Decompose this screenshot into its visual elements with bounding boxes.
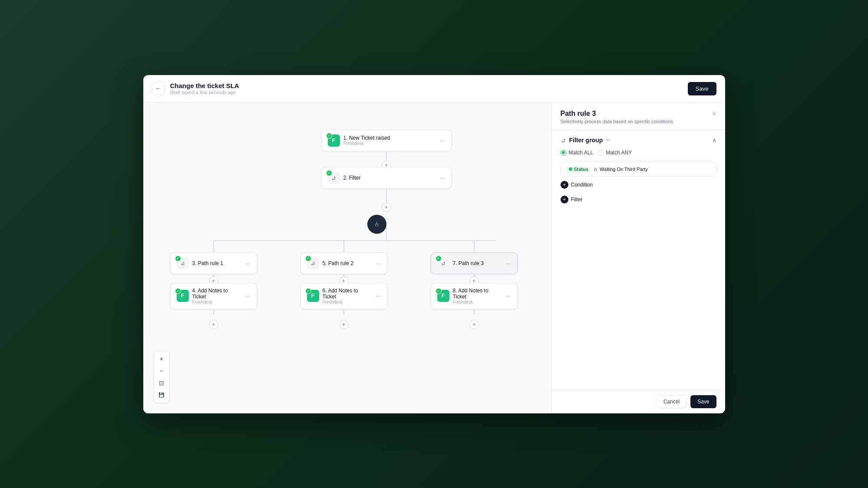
add-condition-button[interactable]: + Condition: [561, 181, 716, 189]
filter-group-title: Filter group: [569, 137, 603, 144]
filter-group-icon: ⊿: [561, 137, 566, 144]
split-node[interactable]: ⑃ ···: [367, 215, 386, 234]
add-condition-label: Condition: [571, 182, 593, 188]
save-view-button[interactable]: 💾: [156, 390, 167, 401]
add-btn-path2-bottom[interactable]: +: [339, 320, 349, 329]
condition-dot: [569, 167, 572, 171]
panel-header: Path rule 3 Selectively process data bas…: [552, 103, 725, 130]
path3-check-badge: ✓: [436, 255, 442, 262]
app-window: ← Change the ticket SLA Draft saved a fe…: [143, 75, 725, 413]
branch-divider: [214, 241, 496, 241]
zoom-controls: + − ⊡ 💾: [154, 351, 169, 403]
add-filter-icon: +: [561, 196, 568, 203]
path2-icon-wrap: ⊿ ✓: [307, 257, 319, 269]
split-icon: ⑃: [375, 220, 379, 228]
collapse-button[interactable]: ∧: [712, 137, 716, 144]
path2-action-icon-wrap: F ✓: [307, 290, 319, 302]
filter-icon-wrap: ⊿ ✓: [328, 172, 340, 184]
match-all-radio[interactable]: [561, 150, 567, 156]
path1-check-badge: ✓: [175, 255, 181, 262]
path3-action-check: ✓: [436, 288, 442, 294]
path3-menu[interactable]: ···: [506, 260, 511, 267]
path1-action-node[interactable]: F ✓ 4. Add Notes to Ticket Freshdesk ···: [170, 283, 257, 309]
path3-action-node[interactable]: F ✓ 8. Add Notes to Ticket Freshdesk ···: [431, 283, 518, 309]
path3-label: 7. Path rule 3: [453, 260, 502, 266]
match-all-label: Match ALL: [569, 150, 594, 156]
close-button[interactable]: ×: [712, 111, 716, 118]
trigger-label: 1. New Ticket raised Freshdesk: [343, 135, 436, 146]
edit-filter-group-icon[interactable]: ✏: [606, 137, 611, 143]
add-condition-icon: +: [561, 181, 568, 189]
path2-check-badge: ✓: [305, 255, 311, 262]
panel-title: Path rule 3 Selectively process data bas…: [561, 110, 673, 124]
match-all-option[interactable]: Match ALL: [561, 150, 594, 156]
path2-action-menu[interactable]: ···: [376, 292, 381, 299]
title-group: Change the ticket SLA Draft saved a few …: [170, 82, 239, 95]
page-subtitle: Draft saved a few seconds ago: [170, 90, 239, 95]
path3-action-menu[interactable]: ···: [506, 292, 511, 299]
trigger-icon-wrap: F ✓: [328, 134, 340, 147]
path1-menu[interactable]: ···: [245, 260, 251, 267]
path1-action-menu[interactable]: ···: [245, 292, 251, 299]
path2-action-check: ✓: [305, 288, 311, 294]
filter-group-header: ⊿ Filter group ✏ ∧: [561, 137, 716, 144]
canvas-area[interactable]: F ✓ 1. New Ticket raised Freshdesk ··· +…: [143, 103, 551, 413]
save-button[interactable]: Save: [688, 82, 716, 95]
path3-action-label: 8. Add Notes to Ticket Freshdesk: [453, 288, 502, 305]
path2-node[interactable]: ⊿ ✓ 5. Path rule 2 ···: [300, 252, 387, 274]
path1-action-check: ✓: [175, 288, 181, 294]
filter-menu[interactable]: ···: [440, 174, 445, 181]
back-button[interactable]: ←: [152, 82, 165, 95]
condition-operator: is: [594, 167, 597, 172]
check-badge: ✓: [326, 133, 332, 139]
path1-action-icon-wrap: F ✓: [177, 290, 189, 302]
add-filter-button[interactable]: + Filter: [561, 196, 716, 203]
path2-action-label: 6. Add Notes to Ticket Freshdesk: [323, 288, 372, 305]
cancel-button[interactable]: Cancel: [656, 395, 687, 408]
match-any-radio[interactable]: [597, 150, 604, 156]
add-btn-2[interactable]: +: [382, 203, 391, 212]
filter-node[interactable]: ⊿ ✓ 2. Filter ···: [321, 167, 452, 189]
path1-action-label: 4. Add Notes to Ticket Freshdesk: [192, 288, 242, 305]
path1-node[interactable]: ⊿ ✓ 3. Path rule 1 ···: [170, 252, 257, 274]
filter-label: 2. Filter: [343, 175, 436, 181]
path1-icon-wrap: ⊿ ✓: [177, 257, 189, 269]
save-panel-button[interactable]: Save: [690, 395, 716, 408]
page-title: Change the ticket SLA: [170, 82, 239, 89]
panel-description: Selectively process data based on specif…: [561, 119, 673, 124]
condition-row[interactable]: Status is Waiting On Third Party: [561, 162, 716, 177]
path2-label: 5. Path rule 2: [323, 260, 372, 266]
filter-group-left: ⊿ Filter group ✏: [561, 137, 611, 144]
condition-value: Waiting On Third Party: [600, 167, 648, 172]
topbar: ← Change the ticket SLA Draft saved a fe…: [143, 75, 725, 103]
right-panel: Path rule 3 Selectively process data bas…: [551, 103, 725, 413]
main-content: F ✓ 1. New Ticket raised Freshdesk ··· +…: [143, 103, 725, 413]
add-btn-path3-bottom[interactable]: +: [469, 320, 479, 329]
match-any-option[interactable]: Match ANY: [597, 150, 632, 156]
topbar-left: ← Change the ticket SLA Draft saved a fe…: [152, 82, 239, 95]
zoom-in-button[interactable]: +: [156, 353, 167, 364]
match-toggle: Match ALL Match ANY: [561, 150, 716, 156]
panel-body: ⊿ Filter group ✏ ∧ Match ALL: [552, 130, 725, 390]
match-all-radio-inner: [562, 151, 565, 154]
add-filter-label: Filter: [571, 197, 583, 203]
condition-field-tag: Status: [566, 166, 591, 173]
zoom-out-button[interactable]: −: [156, 365, 167, 377]
panel-footer: Cancel Save: [552, 390, 725, 413]
path3-node[interactable]: ⊿ ✓ 7. Path rule 3 ···: [431, 252, 518, 274]
path1-label: 3. Path rule 1: [192, 260, 242, 266]
path2-menu[interactable]: ···: [376, 260, 381, 267]
trigger-menu[interactable]: ···: [440, 137, 445, 144]
path2-action-node[interactable]: F ✓ 6. Add Notes to Ticket Freshdesk ···: [300, 283, 387, 309]
path3-icon-wrap: ⊿ ✓: [437, 257, 449, 269]
fit-button[interactable]: ⊡: [156, 377, 167, 389]
condition-field: Status: [574, 167, 589, 172]
panel-heading: Path rule 3: [561, 110, 673, 118]
path3-action-icon-wrap: F ✓: [437, 290, 449, 302]
split-menu[interactable]: ···: [380, 216, 384, 221]
match-any-label: Match ANY: [606, 150, 632, 156]
trigger-node[interactable]: F ✓ 1. New Ticket raised Freshdesk ···: [321, 130, 452, 151]
filter-check-badge: ✓: [326, 170, 332, 176]
add-btn-path1-bottom[interactable]: +: [209, 320, 218, 329]
